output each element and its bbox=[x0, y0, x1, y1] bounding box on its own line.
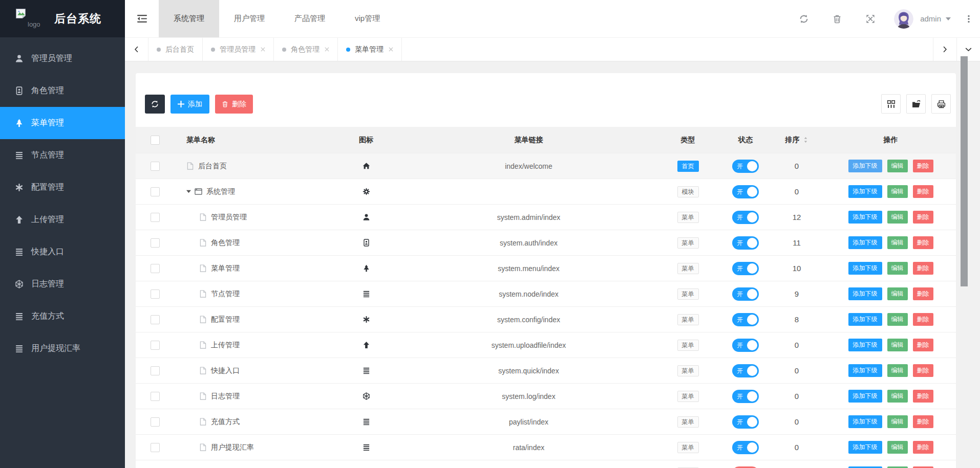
delete-row-button[interactable]: 删除 bbox=[913, 185, 933, 198]
tabs-menu-icon[interactable] bbox=[956, 38, 980, 61]
col-header-sort[interactable]: 排序 bbox=[785, 136, 800, 145]
tab-close-icon[interactable] bbox=[325, 47, 329, 52]
delete-row-button[interactable]: 删除 bbox=[913, 287, 933, 300]
delete-row-button[interactable]: 删除 bbox=[913, 390, 933, 403]
add-child-button[interactable]: 添加下级 bbox=[848, 287, 882, 300]
status-toggle[interactable]: 开 bbox=[732, 390, 759, 403]
status-toggle[interactable]: 开 bbox=[732, 364, 759, 377]
tabs-scroll-left-icon[interactable] bbox=[125, 38, 148, 61]
batch-delete-button[interactable]: 删除 bbox=[215, 95, 253, 114]
edit-button[interactable]: 编辑 bbox=[887, 287, 908, 300]
edit-button[interactable]: 编辑 bbox=[887, 236, 908, 249]
add-child-button[interactable]: 添加下级 bbox=[848, 236, 882, 249]
edit-button[interactable]: 编辑 bbox=[887, 262, 908, 275]
add-child-button[interactable]: 添加下级 bbox=[848, 262, 882, 275]
row-checkbox[interactable] bbox=[151, 392, 160, 401]
col-header-status[interactable]: 状态 bbox=[723, 127, 768, 153]
delete-row-button[interactable]: 删除 bbox=[913, 160, 933, 172]
tab-后台首页[interactable]: 后台首页 bbox=[148, 38, 203, 61]
tab-close-icon[interactable] bbox=[389, 47, 393, 52]
sidebar-item-用户提现汇率[interactable]: 用户提现汇率 bbox=[0, 332, 125, 365]
sidebar-item-充值方式[interactable]: 充值方式 bbox=[0, 300, 125, 332]
sidebar-item-菜单管理[interactable]: 菜单管理 bbox=[0, 107, 125, 139]
edit-button[interactable]: 编辑 bbox=[887, 415, 908, 428]
status-toggle[interactable]: 开 bbox=[732, 415, 759, 429]
refresh-table-button[interactable] bbox=[145, 95, 165, 114]
sidebar-item-节点管理[interactable]: 节点管理 bbox=[0, 139, 125, 171]
status-toggle[interactable]: 开 bbox=[732, 339, 759, 352]
col-header-link[interactable]: 菜单链接 bbox=[404, 127, 653, 153]
row-checkbox[interactable] bbox=[151, 289, 160, 299]
edit-button[interactable]: 编辑 bbox=[887, 364, 908, 377]
col-header-menu-name[interactable]: 菜单名称 bbox=[174, 127, 328, 153]
tab-close-icon[interactable] bbox=[261, 47, 265, 52]
refresh-icon[interactable] bbox=[787, 14, 820, 24]
delete-row-button[interactable]: 删除 bbox=[913, 415, 933, 428]
nav-tab-产品管理[interactable]: 产品管理 bbox=[280, 0, 340, 37]
add-child-button[interactable]: 添加下级 bbox=[848, 339, 882, 351]
caret-down-icon[interactable] bbox=[186, 189, 191, 194]
row-checkbox[interactable] bbox=[151, 187, 160, 196]
print-button[interactable] bbox=[931, 94, 951, 114]
edit-button[interactable]: 编辑 bbox=[887, 339, 908, 351]
delete-row-button[interactable]: 删除 bbox=[913, 211, 933, 224]
export-button[interactable] bbox=[906, 94, 926, 114]
status-toggle[interactable]: 开 bbox=[732, 211, 759, 224]
status-toggle[interactable]: 开 bbox=[732, 441, 759, 454]
user-caret-down-icon[interactable] bbox=[946, 16, 951, 21]
delete-row-button[interactable]: 删除 bbox=[913, 313, 933, 326]
row-checkbox[interactable] bbox=[151, 315, 160, 324]
edit-button[interactable]: 编辑 bbox=[887, 390, 908, 403]
tab-角色管理[interactable]: 角色管理 bbox=[274, 38, 338, 61]
fullscreen-icon[interactable] bbox=[854, 14, 887, 24]
nav-tab-用户管理[interactable]: 用户管理 bbox=[219, 0, 280, 37]
row-checkbox[interactable] bbox=[151, 162, 160, 171]
status-toggle[interactable]: 开 bbox=[732, 160, 759, 173]
add-child-button[interactable]: 添加下级 bbox=[848, 211, 882, 224]
row-checkbox[interactable] bbox=[151, 238, 160, 248]
add-button[interactable]: 添加 bbox=[171, 95, 209, 114]
sort-arrows-icon[interactable] bbox=[803, 137, 808, 143]
status-toggle[interactable]: 开 bbox=[732, 236, 759, 250]
row-checkbox[interactable] bbox=[151, 341, 160, 350]
filter-columns-button[interactable] bbox=[881, 94, 901, 114]
tab-管理员管理[interactable]: 管理员管理 bbox=[203, 38, 274, 61]
sidebar-item-上传管理[interactable]: 上传管理 bbox=[0, 204, 125, 236]
more-menu-icon[interactable] bbox=[965, 15, 973, 23]
nav-tab-系统管理[interactable]: 系统管理 bbox=[159, 0, 219, 37]
edit-button[interactable]: 编辑 bbox=[887, 441, 908, 454]
avatar[interactable] bbox=[894, 9, 913, 29]
delete-row-button[interactable]: 删除 bbox=[913, 339, 933, 351]
row-checkbox[interactable] bbox=[151, 417, 160, 427]
sidebar-item-日志管理[interactable]: 日志管理 bbox=[0, 268, 125, 300]
edit-button[interactable]: 编辑 bbox=[887, 211, 908, 224]
tabs-scroll-right-icon[interactable] bbox=[933, 38, 956, 61]
status-toggle[interactable]: 开 bbox=[732, 262, 759, 275]
status-toggle[interactable]: 开 bbox=[732, 313, 759, 326]
add-child-button[interactable]: 添加下级 bbox=[848, 313, 882, 326]
status-toggle[interactable]: 开 bbox=[732, 185, 759, 198]
col-header-icon[interactable]: 图标 bbox=[328, 127, 404, 153]
sidebar-item-配置管理[interactable]: 配置管理 bbox=[0, 171, 125, 204]
add-child-button[interactable]: 添加下级 bbox=[848, 390, 882, 403]
clear-cache-icon[interactable] bbox=[820, 14, 854, 24]
status-toggle[interactable]: 开 bbox=[732, 287, 759, 301]
edit-button[interactable]: 编辑 bbox=[887, 160, 908, 172]
user-name[interactable]: admin bbox=[920, 14, 941, 23]
sidebar-item-快捷入口[interactable]: 快捷入口 bbox=[0, 236, 125, 268]
edit-button[interactable]: 编辑 bbox=[887, 313, 908, 326]
edit-button[interactable]: 编辑 bbox=[887, 185, 908, 198]
delete-row-button[interactable]: 删除 bbox=[913, 262, 933, 275]
row-checkbox[interactable] bbox=[151, 264, 160, 273]
col-header-type[interactable]: 类型 bbox=[653, 127, 723, 153]
row-checkbox[interactable] bbox=[151, 366, 160, 375]
add-child-button[interactable]: 添加下级 bbox=[848, 185, 882, 198]
delete-row-button[interactable]: 删除 bbox=[913, 441, 933, 454]
add-child-button[interactable]: 添加下级 bbox=[848, 415, 882, 428]
nav-tab-vip管理[interactable]: vip管理 bbox=[340, 0, 395, 37]
sidebar-item-管理员管理[interactable]: 管理员管理 bbox=[0, 42, 125, 75]
add-child-button[interactable]: 添加下级 bbox=[848, 441, 882, 454]
page-scrollbar[interactable] bbox=[961, 56, 968, 286]
delete-row-button[interactable]: 删除 bbox=[913, 364, 933, 377]
select-all-checkbox[interactable] bbox=[151, 136, 160, 145]
